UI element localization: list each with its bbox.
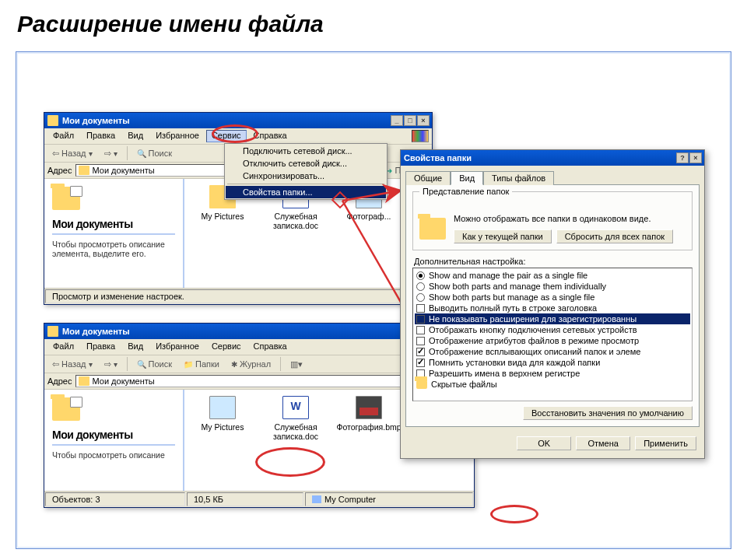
menu-view[interactable]: Вид xyxy=(122,130,149,142)
help-button[interactable]: ? xyxy=(676,152,689,163)
maximize-button[interactable]: □ xyxy=(404,115,416,126)
menu-service[interactable]: Сервис xyxy=(206,341,247,353)
tree-row-label: Выводить полный путь в строке заголовка xyxy=(429,303,597,313)
tree-row[interactable]: Выводить полный путь в строке заголовка xyxy=(415,303,690,313)
back-button[interactable]: ⇦ Назад ▾ xyxy=(47,358,97,371)
dialog-title: Свойства папки xyxy=(404,153,472,163)
file-label: My Pictures xyxy=(188,212,258,221)
tab-view[interactable]: Вид xyxy=(451,171,483,185)
tab-strip: Общие Вид Типы файлов xyxy=(401,166,704,184)
tree-row[interactable]: Отображение всплывающих описаний папок и… xyxy=(415,346,690,357)
tree-row[interactable]: Отображать кнопку подключения сетевых ус… xyxy=(415,324,690,335)
file-item[interactable]: Служебная записка.doc xyxy=(261,396,331,485)
checkbox-icon xyxy=(416,337,425,345)
forward-button[interactable]: ⇨ ▾ xyxy=(100,358,122,371)
back-label: Назад xyxy=(61,149,86,158)
restore-defaults-button[interactable]: Восстановить значения по умолчанию xyxy=(523,406,693,420)
status-bar: Просмотр и изменение настроек. xyxy=(44,288,432,304)
folder-icon xyxy=(47,115,58,126)
status-location: My Computer xyxy=(305,492,473,506)
minimize-button[interactable]: _ xyxy=(391,115,403,126)
menu-favorites[interactable]: Избранное xyxy=(150,341,205,353)
checkbox-icon xyxy=(416,348,425,356)
group-legend: Представление папок xyxy=(419,187,512,196)
menu-help[interactable]: Справка xyxy=(248,130,293,142)
menu-disconnect-network-drive[interactable]: Отключить сетевой диск... xyxy=(226,157,386,170)
dialog-footer: OK Отмена Применить xyxy=(401,432,704,458)
apply-button[interactable]: Применить xyxy=(635,436,696,450)
tree-row-label: Show both parts and manage them individu… xyxy=(429,282,606,291)
tree-row-label: Show both parts but manage as a single f… xyxy=(429,292,594,302)
tree-row-label: Отображение атрибутов файлов в режиме пр… xyxy=(429,336,639,345)
folder-icon xyxy=(416,380,427,389)
close-button[interactable]: × xyxy=(417,115,430,126)
tree-row[interactable]: Show and manage the pair as a single fil… xyxy=(415,270,690,281)
tree-row[interactable]: Show both parts but manage as a single f… xyxy=(415,292,690,303)
file-label: Служебная записка.doc xyxy=(261,212,331,230)
views-button[interactable]: ▥▾ xyxy=(286,358,307,371)
folder-icon xyxy=(47,326,58,337)
advanced-settings-tree[interactable]: Show and manage the pair as a single fil… xyxy=(412,268,693,401)
checkbox-icon xyxy=(416,326,425,334)
file-item[interactable]: My Pictures xyxy=(188,396,258,485)
menu-edit[interactable]: Правка xyxy=(81,341,121,353)
like-current-button[interactable]: Как у текущей папки xyxy=(454,229,552,243)
cancel-button[interactable]: Отмена xyxy=(576,436,630,450)
doc-icon xyxy=(282,396,309,419)
status-location-label: My Computer xyxy=(324,495,376,504)
folders-button[interactable]: Папки xyxy=(179,358,224,370)
checkbox-icon xyxy=(416,315,425,324)
journal-button[interactable]: Журнал xyxy=(226,358,275,370)
window-title: Мои документы xyxy=(62,327,130,336)
menu-file[interactable]: Файл xyxy=(47,130,79,142)
folder-icon xyxy=(52,187,80,210)
explorer-top-titlebar[interactable]: Мои документы _ □ × xyxy=(44,113,432,128)
tree-row-label: Отображение всплывающих описаний папок и… xyxy=(429,347,640,356)
window-title: Мои документы xyxy=(62,116,130,125)
menu-folder-options[interactable]: Свойства папки... xyxy=(226,186,386,198)
tab-filetypes[interactable]: Типы файлов xyxy=(483,171,554,185)
bmp-icon xyxy=(356,396,382,419)
search-button[interactable]: Поиск xyxy=(132,147,177,159)
window-controls: _ □ × xyxy=(391,115,430,126)
menu-service[interactable]: Сервис xyxy=(206,130,247,142)
status-objects: Объектов: 3 xyxy=(45,492,185,506)
file-item[interactable]: Фотография.bmp xyxy=(334,396,404,485)
menu-map-network-drive[interactable]: Подключить сетевой диск... xyxy=(226,145,386,157)
tree-row-hide-extensions[interactable]: Не показывать расширения для зарегистрир… xyxy=(415,313,690,324)
tree-row-label: Отображать кнопку подключения сетевых ус… xyxy=(429,325,637,334)
folder-options-dialog: Свойства папки ? × Общие Вид Типы файлов… xyxy=(400,149,705,459)
search-button[interactable]: Поиск xyxy=(132,358,177,370)
menu-edit[interactable]: Правка xyxy=(81,130,121,142)
folder-icon xyxy=(419,218,446,240)
menu-view[interactable]: Вид xyxy=(122,341,149,353)
tree-row[interactable]: Скрытые файлы xyxy=(415,379,690,390)
address-field[interactable]: Мои документы xyxy=(75,375,416,387)
journal-label: Журнал xyxy=(240,359,271,369)
tree-row[interactable]: Show both parts and manage them individu… xyxy=(415,281,690,292)
tree-row[interactable]: Разрешить имена в верхнем регистре xyxy=(415,368,690,379)
computer-icon xyxy=(312,495,321,503)
menu-favorites[interactable]: Избранное xyxy=(150,130,205,142)
tree-row[interactable]: Помнить установки вида для каждой папки xyxy=(415,357,690,368)
search-icon xyxy=(137,149,146,158)
menu-help[interactable]: Справка xyxy=(248,341,293,353)
dialog-titlebar[interactable]: Свойства папки ? × xyxy=(401,150,704,166)
ok-button[interactable]: OK xyxy=(517,436,571,450)
menu-synchronize[interactable]: Синхронизировать... xyxy=(226,170,386,182)
menu-file[interactable]: Файл xyxy=(47,341,79,353)
tab-panel-view: Представление папок Можно отображать все… xyxy=(405,184,700,427)
tree-row[interactable]: Отображение атрибутов файлов в режиме пр… xyxy=(415,335,690,346)
tree-row-label: Show and manage the pair as a single fil… xyxy=(429,271,587,280)
tab-general[interactable]: Общие xyxy=(405,171,451,185)
window-controls: ? × xyxy=(676,152,702,163)
reset-all-button[interactable]: Сбросить для всех папок xyxy=(556,229,673,243)
side-hint: Чтобы просмотреть описание xyxy=(52,450,175,460)
checkbox-icon xyxy=(416,304,425,313)
side-panel: Мои документы Чтобы просмотреть описание… xyxy=(44,179,184,288)
back-button[interactable]: ⇦ Назад ▾ xyxy=(47,147,97,160)
file-label: My Pictures xyxy=(188,422,258,432)
close-button[interactable]: × xyxy=(689,152,702,163)
forward-button[interactable]: ⇨ ▾ xyxy=(100,147,122,160)
file-label: Служебная записка.doc xyxy=(261,422,331,441)
